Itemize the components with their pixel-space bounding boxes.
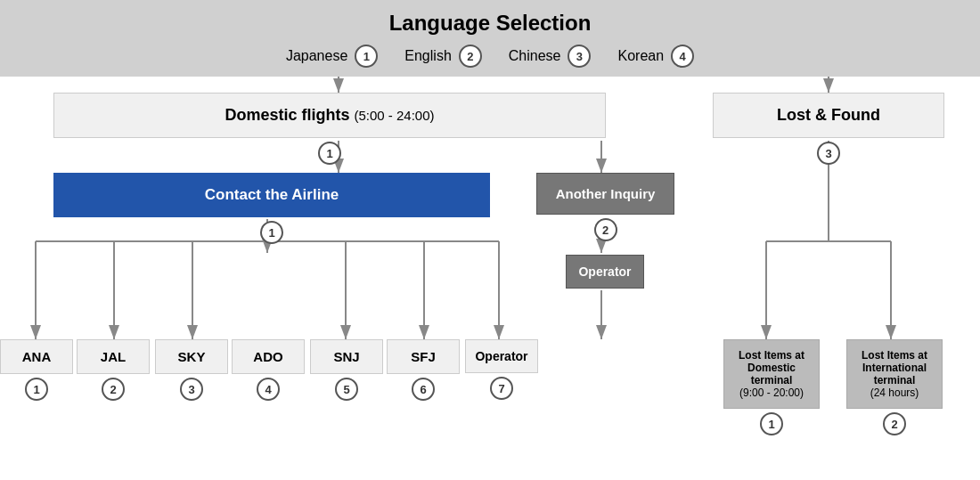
sfj-label: SFJ — [411, 349, 436, 364]
operator-light-label: Operator — [475, 349, 527, 363]
ana-label: ANA — [22, 349, 52, 364]
operator-dark-label: Operator — [578, 264, 631, 279]
ado-number: 4 — [257, 378, 280, 401]
domestic-number: 1 — [318, 142, 341, 165]
lang-japanese[interactable]: Japanese 1 — [286, 45, 378, 68]
jal-box[interactable]: JAL 2 — [77, 339, 150, 401]
operator-light-number: 7 — [490, 377, 513, 400]
sky-box[interactable]: SKY 3 — [155, 339, 228, 401]
english-label: English — [404, 48, 451, 64]
contact-airline-label: Contact the Airline — [205, 186, 339, 203]
operator-light-box[interactable]: Operator 7 — [465, 339, 538, 400]
ado-box[interactable]: ADO 4 — [232, 339, 305, 401]
contact-airline-number: 1 — [260, 221, 283, 244]
lost-international-box[interactable]: Lost Items at International terminal (24… — [846, 339, 943, 435]
another-inquiry-label: Another Inquiry — [556, 186, 656, 201]
lost-international-number: 2 — [883, 412, 906, 435]
japanese-label: Japanese — [286, 48, 347, 64]
another-inquiry-number: 2 — [594, 218, 617, 241]
lost-domestic-hours: (9:00 - 20:00) — [739, 386, 804, 399]
japanese-badge: 1 — [355, 45, 378, 68]
contact-airline-box[interactable]: Contact the Airline 1 — [53, 173, 490, 244]
ana-number: 1 — [25, 378, 48, 401]
domestic-label: Domestic flights — [225, 106, 349, 124]
sky-label: SKY — [178, 349, 206, 364]
snj-number: 5 — [335, 378, 358, 401]
language-options: Japanese 1 English 2 Chinese 3 Korean 4 — [0, 45, 980, 68]
lost-domestic-box[interactable]: Lost Items at Domestic terminal (9:00 - … — [723, 339, 820, 435]
snj-box[interactable]: SNJ 5 — [310, 339, 383, 401]
domestic-hours: (5:00 - 24:00) — [354, 108, 434, 123]
lost-international-label: Lost Items at International terminal — [862, 349, 927, 386]
lang-chinese[interactable]: Chinese 3 — [509, 45, 592, 68]
lost-found-label: Lost & Found — [777, 106, 880, 124]
english-badge: 2 — [459, 45, 482, 68]
ana-box[interactable]: ANA 1 — [0, 339, 73, 401]
another-inquiry-box[interactable]: Another Inquiry 2 — [536, 173, 674, 241]
lost-found-box[interactable]: Lost & Found 3 — [713, 93, 944, 165]
lost-found-number: 3 — [817, 142, 840, 165]
header: Language Selection Japanese 1 English 2 … — [0, 0, 980, 77]
operator-dark-box[interactable]: Operator — [566, 255, 639, 289]
diagram: Domestic flights (5:00 - 24:00) 1 Lost &… — [0, 77, 980, 476]
ado-label: ADO — [253, 349, 282, 364]
page-title: Language Selection — [0, 11, 980, 36]
lost-domestic-number: 1 — [760, 412, 783, 435]
sky-number: 3 — [180, 378, 203, 401]
korean-badge: 4 — [671, 45, 694, 68]
chinese-badge: 3 — [568, 45, 591, 68]
korean-label: Korean — [617, 48, 664, 64]
sfj-number: 6 — [412, 378, 435, 401]
sfj-box[interactable]: SFJ 6 — [387, 339, 460, 401]
lost-domestic-label: Lost Items at Domestic terminal — [739, 349, 804, 386]
snj-label: SNJ — [333, 349, 359, 364]
chinese-label: Chinese — [509, 48, 561, 64]
lang-english[interactable]: English 2 — [404, 45, 481, 68]
lost-international-hours: (24 hours) — [870, 386, 919, 399]
domestic-flights-box[interactable]: Domestic flights (5:00 - 24:00) 1 — [53, 93, 606, 165]
jal-label: JAL — [101, 349, 126, 364]
jal-number: 2 — [102, 378, 125, 401]
lang-korean[interactable]: Korean 4 — [617, 45, 694, 68]
